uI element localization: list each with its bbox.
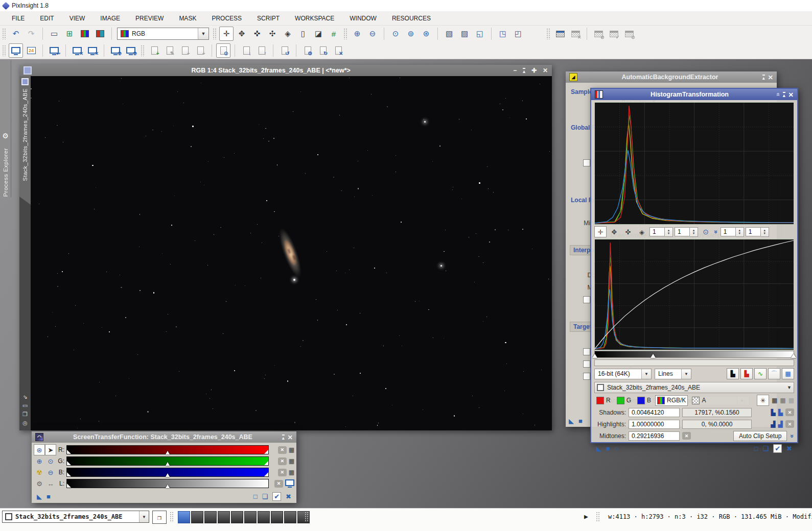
apply-icon[interactable]: ■ bbox=[578, 417, 583, 425]
toolbar-drag-handle[interactable] bbox=[343, 28, 347, 39]
toolbar-drag-handle[interactable] bbox=[2, 45, 6, 56]
fit-mode-icon[interactable]: ▭ bbox=[22, 402, 28, 409]
show-raw-histogram-icon[interactable]: ▙ bbox=[727, 368, 739, 379]
center-mode-icon[interactable]: ◈ bbox=[281, 27, 295, 41]
display-rendition-icon[interactable] bbox=[93, 27, 107, 41]
process-clone-icon[interactable] bbox=[178, 43, 192, 58]
track-views-icon[interactable]: ▦ bbox=[772, 397, 777, 404]
auto-clip-setup-button[interactable]: Auto Clip Setup bbox=[733, 431, 787, 441]
browse-documentation-icon[interactable]: □ bbox=[754, 445, 758, 452]
menu-workspace[interactable]: WORKSPACE bbox=[287, 12, 342, 25]
process-history-icon[interactable] bbox=[277, 43, 292, 58]
midtones-marker[interactable] bbox=[166, 449, 170, 454]
channel-rgbk[interactable]: RGB/K bbox=[655, 395, 688, 406]
channel-link-grid-icon[interactable]: ▦ bbox=[289, 469, 294, 476]
input-histogram-plot[interactable] bbox=[594, 239, 794, 350]
minimize-icon[interactable]: − bbox=[513, 67, 517, 74]
fit-view-icon[interactable]: ◰ bbox=[511, 27, 525, 41]
edit-cursor-icon[interactable]: ➤ bbox=[45, 444, 56, 455]
new-instance-icon[interactable]: ◣ bbox=[596, 445, 601, 452]
stf-gradient-slider[interactable] bbox=[66, 445, 269, 454]
show-mtf-curve-icon[interactable]: ⌒ bbox=[768, 368, 780, 379]
stf-toggle-icon[interactable] bbox=[9, 43, 23, 58]
channel-b[interactable]: B bbox=[635, 395, 653, 406]
stf-titlebar[interactable]: ◠ ScreenTransferFunction: Stack_32bits_2… bbox=[32, 431, 296, 443]
plot-style-select[interactable]: Lines▼ bbox=[655, 369, 691, 379]
highlights-reset-icon[interactable]: ✕ bbox=[785, 420, 794, 428]
readout-cursor-icon[interactable]: ✛ bbox=[594, 226, 607, 237]
channel-r[interactable]: R bbox=[594, 395, 613, 406]
output-histogram-plot[interactable] bbox=[594, 102, 794, 225]
zoom-1-1-icon[interactable]: ⊙ bbox=[388, 27, 403, 41]
new-image-icon[interactable]: ⊞ bbox=[62, 27, 77, 41]
play-icon[interactable]: ▶ bbox=[584, 513, 588, 520]
collapse-icon[interactable]: » bbox=[775, 93, 782, 96]
workspace-thumbnail-5[interactable] bbox=[231, 511, 243, 523]
stf-gradient-slider[interactable] bbox=[66, 456, 269, 466]
workspace-thumbnail-6[interactable] bbox=[244, 511, 257, 523]
stf-edit-icon[interactable] bbox=[47, 43, 61, 58]
readout-mode-icon[interactable]: ✛ bbox=[219, 27, 234, 41]
new-instance-icon[interactable]: ◣ bbox=[569, 417, 574, 425]
shift-range-icon[interactable]: ↔ bbox=[45, 478, 56, 489]
active-view-select[interactable]: Stack_32bits_2frames_240s_ABE ▼ bbox=[2, 511, 149, 523]
pin-icon[interactable]: ▴ bbox=[783, 92, 785, 98]
pin-icon[interactable]: ▴ bbox=[762, 75, 765, 80]
screen-monitor-icon[interactable] bbox=[285, 479, 294, 486]
process-reload-icon[interactable] bbox=[316, 43, 330, 58]
enable-stf-check-icon[interactable]: ✔ bbox=[272, 492, 281, 501]
toolbar-drag-handle[interactable] bbox=[546, 28, 550, 39]
edit-preview-mode-icon[interactable]: ◪ bbox=[311, 27, 326, 41]
zoom-out-icon[interactable]: ⊖ bbox=[365, 27, 380, 41]
browse-documentation-icon[interactable]: □ bbox=[253, 493, 258, 500]
channel-reset-icon[interactable]: ✕ bbox=[274, 480, 283, 488]
pan-icon[interactable]: ◈ bbox=[636, 226, 648, 237]
mask-invert-icon[interactable] bbox=[591, 27, 606, 41]
window-icon[interactable] bbox=[24, 66, 32, 75]
apply-icon[interactable]: ■ bbox=[606, 445, 610, 452]
channel-a[interactable]: A bbox=[690, 395, 708, 406]
apply-global-icon[interactable]: ○ bbox=[615, 445, 619, 452]
color-profile-icon[interactable] bbox=[78, 27, 92, 41]
menu-resources[interactable]: RESOURCES bbox=[384, 12, 438, 25]
menu-file[interactable]: FILE bbox=[4, 12, 32, 25]
process-import-icon[interactable] bbox=[239, 43, 253, 58]
duplicate-mode-icon[interactable]: ❐ bbox=[22, 411, 28, 418]
track-previews-icon[interactable]: ▦ bbox=[780, 397, 785, 404]
workspace-thumbnail-1[interactable] bbox=[178, 511, 190, 523]
resolution-select[interactable]: 16-bit (64K)▼ bbox=[594, 369, 652, 379]
apply-icon[interactable]: ■ bbox=[47, 493, 51, 500]
lut-24bit-icon[interactable]: 24 bbox=[24, 43, 38, 58]
fit-window-icon[interactable]: ◳ bbox=[496, 27, 510, 41]
zoom-out-icon[interactable]: ⊖ bbox=[45, 467, 56, 478]
shadows-input[interactable]: 0.00464120 bbox=[629, 408, 680, 417]
highlights-input[interactable]: 1.00000000 bbox=[629, 420, 680, 429]
shadows-marker[interactable] bbox=[592, 351, 597, 358]
mask-preview-icon[interactable] bbox=[622, 27, 636, 41]
track-readouts-icon[interactable]: ▦ bbox=[788, 397, 794, 404]
setup-wrench-icon[interactable]: ⚙ bbox=[34, 478, 45, 489]
expand-mode-icon[interactable]: ✥ bbox=[235, 27, 249, 41]
shade-icon[interactable]: ▴ bbox=[523, 68, 525, 74]
zoom-fit-icon[interactable]: ⊚ bbox=[404, 27, 418, 41]
midtones-marker[interactable] bbox=[166, 471, 170, 477]
show-rgb-histogram-icon[interactable]: ▙ bbox=[740, 368, 753, 379]
highlights-clip-increase-icon[interactable]: ▟ bbox=[778, 421, 783, 428]
pan-mode-icon[interactable]: ✣ bbox=[265, 27, 280, 41]
midtones-balance-slider[interactable] bbox=[594, 351, 794, 358]
close-icon[interactable]: ✕ bbox=[288, 433, 293, 441]
expand-clip-options-icon[interactable]: » bbox=[789, 434, 796, 438]
shrink-icon[interactable]: ✜ bbox=[622, 226, 634, 237]
select-view-icon[interactable]: ▧ bbox=[442, 27, 456, 41]
channel-selector[interactable]: RGB▼ bbox=[117, 28, 209, 40]
process-explorer-icon[interactable] bbox=[216, 43, 230, 58]
ht-titlebar[interactable]: HistogramTransformation » ▴ ✕ bbox=[591, 89, 797, 100]
toolbar-drag-handle[interactable] bbox=[2, 28, 6, 39]
process-delete-icon[interactable] bbox=[331, 43, 345, 58]
process-save-icon[interactable] bbox=[193, 43, 207, 58]
midtones-reset-icon[interactable]: ✕ bbox=[682, 432, 691, 440]
undo-icon[interactable]: ↶ bbox=[9, 27, 23, 41]
zoom-custom-icon[interactable]: ⊛ bbox=[419, 27, 433, 41]
channel-link-grid-icon[interactable]: ▦ bbox=[289, 457, 294, 465]
expand-icon[interactable]: ✥ bbox=[608, 226, 620, 237]
